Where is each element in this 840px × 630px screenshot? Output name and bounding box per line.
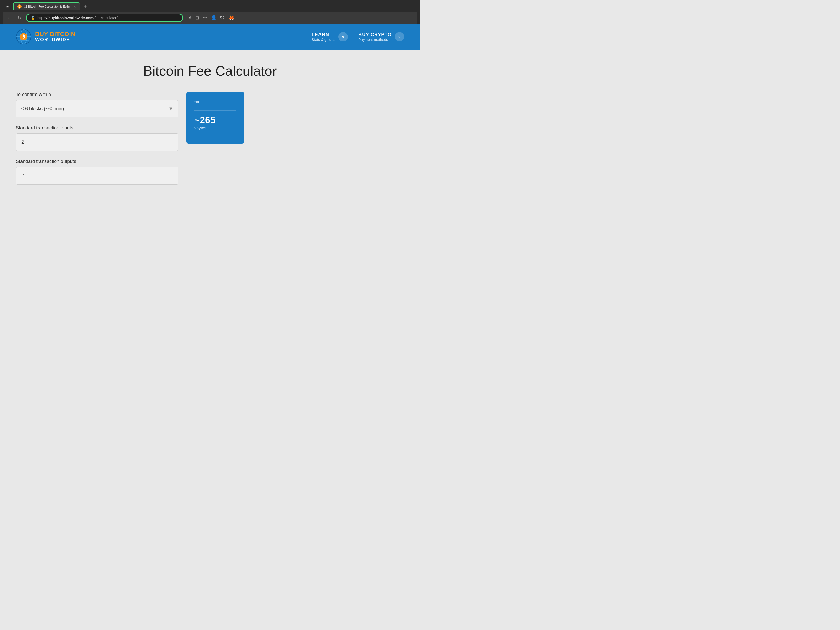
learn-nav-text: LEARN Stats & guides — [312, 32, 335, 42]
read-aloud-icon[interactable]: A — [188, 15, 192, 21]
confirm-within-select-wrapper[interactable]: ≤ 1 block (~10 min) ≤ 3 blocks (~30 min)… — [16, 100, 178, 117]
main-content: Bitcoin Fee Calculator To confirm within… — [0, 50, 420, 260]
svg-text:₿: ₿ — [22, 34, 25, 39]
logo-globe-icon: ₿ — [16, 29, 32, 45]
logo-line1: BUY BITCOIN — [35, 31, 76, 37]
reload-button[interactable]: ↻ — [16, 15, 23, 21]
inputs-group: Standard transaction inputs — [16, 125, 178, 151]
buy-crypto-nav-sub: Payment methods — [358, 38, 388, 42]
inputs-field[interactable] — [16, 133, 178, 151]
site-header: ₿ BUY BITCOIN WORLDWIDE LEARN Stats & gu… — [0, 24, 420, 50]
outputs-group: Standard transaction outputs — [16, 159, 178, 185]
learn-nav-item[interactable]: LEARN Stats & guides ∨ — [312, 32, 348, 42]
learn-nav-sub: Stats & guides — [312, 38, 335, 42]
browser-chrome: ⊟ ₿ #1 Bitcoin Fee Calculator & Estim × … — [0, 0, 420, 24]
result-divider — [194, 110, 236, 111]
tab-close-icon[interactable]: × — [74, 5, 76, 9]
calculator-layout: To confirm within ≤ 1 block (~10 min) ≤ … — [16, 92, 404, 193]
page-title: Bitcoin Fee Calculator — [16, 63, 404, 79]
window-menu-icon[interactable]: ⊟ — [3, 2, 11, 11]
back-button[interactable]: ← — [6, 15, 13, 21]
results-panel: sat ~265 vbytes — [186, 92, 244, 144]
confirm-within-select[interactable]: ≤ 1 block (~10 min) ≤ 3 blocks (~30 min)… — [16, 100, 178, 117]
sat-result-row: sat — [194, 100, 236, 105]
logo-text: BUY BITCOIN WORLDWIDE — [35, 31, 76, 43]
vbytes-unit: vbytes — [194, 126, 236, 131]
address-bar-row: ← ↻ 🔒 https://buybitcoinworldwide.com/fe… — [3, 12, 417, 24]
nav-items: LEARN Stats & guides ∨ BUY CRYPTO Paymen… — [312, 32, 404, 42]
address-bar[interactable]: 🔒 https://buybitcoinworldwide.com/fee-ca… — [26, 14, 183, 22]
bookmark-icon[interactable]: ☆ — [203, 15, 207, 21]
reader-view-icon[interactable]: ⊟ — [195, 15, 199, 21]
vbytes-value: ~265 — [194, 115, 236, 126]
fox-extension-icon[interactable]: 🦊 — [229, 15, 234, 21]
outputs-label: Standard transaction outputs — [16, 159, 178, 164]
calculator-form: To confirm within ≤ 1 block (~10 min) ≤ … — [16, 92, 178, 193]
buy-crypto-nav-main: BUY CRYPTO — [358, 32, 392, 38]
new-tab-button[interactable]: + — [82, 2, 89, 11]
toolbar-icons: A ⊟ ☆ 👤 🛡 🦊 — [188, 15, 234, 21]
address-text: https://buybitcoinworldwide.com/fee-calc… — [37, 16, 178, 20]
vbytes-result-row: ~265 vbytes — [194, 115, 236, 131]
confirm-within-label: To confirm within — [16, 92, 178, 97]
shield-extension-icon[interactable]: 🛡 — [220, 15, 225, 21]
tab-favicon: ₿ — [17, 5, 22, 9]
buy-crypto-chevron-icon[interactable]: ∨ — [395, 32, 404, 41]
profile-icon[interactable]: 👤 — [211, 15, 216, 21]
buy-crypto-nav-text: BUY CRYPTO Payment methods — [358, 32, 392, 42]
confirm-within-group: To confirm within ≤ 1 block (~10 min) ≤ … — [16, 92, 178, 117]
logo-line2: WORLDWIDE — [35, 37, 76, 43]
tab-title: #1 Bitcoin Fee Calculator & Estim — [24, 5, 71, 8]
buy-crypto-nav-item[interactable]: BUY CRYPTO Payment methods ∨ — [358, 32, 404, 42]
inputs-label: Standard transaction inputs — [16, 125, 178, 131]
logo-area[interactable]: ₿ BUY BITCOIN WORLDWIDE — [16, 29, 76, 45]
tab-bar: ⊟ ₿ #1 Bitcoin Fee Calculator & Estim × … — [3, 2, 417, 11]
sat-label: sat — [194, 100, 236, 104]
active-tab[interactable]: ₿ #1 Bitcoin Fee Calculator & Estim × — [13, 2, 80, 10]
lock-icon: 🔒 — [31, 16, 35, 20]
learn-chevron-icon[interactable]: ∨ — [338, 32, 348, 41]
learn-nav-main: LEARN — [312, 32, 329, 38]
outputs-field[interactable] — [16, 167, 178, 185]
